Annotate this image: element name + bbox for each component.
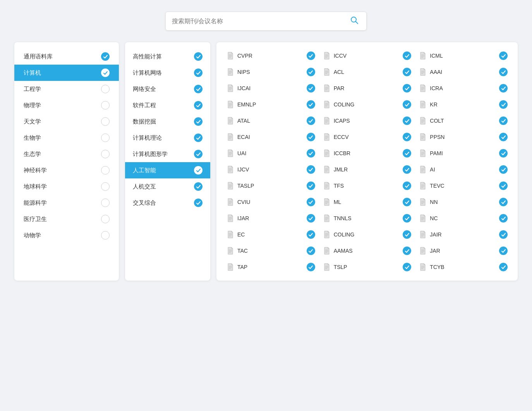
category-item-gongcheng[interactable]: 工程学	[14, 81, 119, 97]
venue-item[interactable]: JAR	[417, 243, 510, 258]
venue-check-icon	[403, 149, 411, 158]
venue-item[interactable]: PAR	[321, 81, 414, 96]
venue-name: ECAI	[237, 134, 304, 140]
document-icon	[323, 165, 331, 174]
venue-item[interactable]: ATAL	[224, 113, 317, 128]
category-item-yiliao[interactable]: 医疗卫生	[14, 211, 119, 227]
document-icon	[227, 116, 234, 125]
venue-item[interactable]: TASLP	[224, 178, 317, 193]
subcategory-item-jisuanjililun[interactable]: 计算机理论	[125, 130, 210, 146]
venue-item[interactable]: NN	[417, 195, 510, 209]
venue-item[interactable]: ICAPS	[321, 113, 414, 128]
venue-check-icon	[499, 214, 508, 223]
venue-check-icon	[403, 116, 411, 125]
venue-name: ICML	[430, 53, 496, 59]
venue-item[interactable]: ICML	[417, 48, 510, 63]
category-item-tianwen[interactable]: 天文学	[14, 113, 119, 130]
venue-item[interactable]: JMLR	[321, 162, 414, 177]
subcategory-label: 高性能计算	[133, 53, 194, 60]
venue-check-icon	[499, 263, 508, 271]
category-item-dongwu[interactable]: 动物学	[14, 227, 119, 243]
category-item-shenjing[interactable]: 神经科学	[14, 162, 119, 178]
venue-item[interactable]: IJCAI	[224, 81, 317, 96]
category-label: 生态学	[24, 151, 101, 158]
venue-item[interactable]: NC	[417, 211, 510, 226]
venue-item[interactable]: TAP	[224, 260, 317, 274]
venue-item[interactable]: COLING	[321, 227, 414, 242]
venue-item[interactable]: KR	[417, 97, 510, 112]
category-label: 天文学	[24, 118, 101, 125]
venue-item[interactable]: UAI	[224, 146, 317, 161]
subcategory-item-rengongzhineng[interactable]: 人工智能	[125, 162, 210, 178]
venue-check-icon	[403, 214, 411, 223]
search-button[interactable]	[348, 16, 360, 26]
venue-item[interactable]: AAMAS	[321, 243, 414, 258]
venue-item[interactable]: TSLP	[321, 260, 414, 274]
subcategory-item-gaoxingneng[interactable]: 高性能计算	[125, 48, 210, 65]
venue-item[interactable]: AAAI	[417, 65, 510, 79]
venue-item[interactable]: CVPR	[224, 48, 317, 63]
document-icon	[227, 263, 234, 271]
venue-check-icon	[307, 247, 315, 255]
venue-item[interactable]: ECAI	[224, 130, 317, 144]
venue-name: EC	[237, 231, 304, 238]
category-check	[101, 134, 110, 142]
document-icon	[419, 165, 427, 174]
venue-item[interactable]: ECCV	[321, 130, 414, 144]
category-item-shengtai[interactable]: 生态学	[14, 146, 119, 162]
category-item-wuli[interactable]: 物理学	[14, 97, 119, 113]
document-icon	[323, 214, 331, 223]
category-label: 动物学	[24, 232, 101, 239]
venue-item[interactable]: TAC	[224, 243, 317, 258]
venue-item[interactable]: IJAR	[224, 211, 317, 226]
subcategory-item-renjijiaohui[interactable]: 人机交互	[125, 178, 210, 195]
venue-item[interactable]: ACL	[321, 65, 414, 79]
venue-item[interactable]: PAMI	[417, 146, 510, 161]
document-icon	[419, 68, 427, 76]
document-icon	[419, 263, 427, 271]
document-icon	[227, 230, 234, 239]
venue-item[interactable]: EC	[224, 227, 317, 242]
subcategory-item-ruanjiangongcheng[interactable]: 软件工程	[125, 97, 210, 113]
category-item-nengyuan[interactable]: 能源科学	[14, 195, 119, 211]
document-icon	[419, 214, 427, 223]
category-item-diqiu[interactable]: 地球科学	[14, 178, 119, 195]
venue-item[interactable]: ICCBR	[321, 146, 414, 161]
venue-check-icon	[403, 51, 411, 60]
subcategory-item-shujuwajue[interactable]: 数据挖掘	[125, 113, 210, 130]
venue-item[interactable]: COLT	[417, 113, 510, 128]
venue-item[interactable]: TNNLS	[321, 211, 414, 226]
venue-item[interactable]: AI	[417, 162, 510, 177]
venue-item[interactable]: JAIR	[417, 227, 510, 242]
venue-name: TEVC	[430, 183, 496, 189]
venue-item[interactable]: EMNLP	[224, 97, 317, 112]
subcategory-item-wangluoanquan[interactable]: 网络安全	[125, 81, 210, 97]
venue-item[interactable]: CVIU	[224, 195, 317, 209]
venue-check-icon	[499, 100, 508, 109]
category-item-jisuanji[interactable]: 计算机	[14, 65, 119, 81]
subcategory-item-tuixingxue[interactable]: 计算机图形学	[125, 146, 210, 162]
venue-check-icon	[307, 133, 315, 141]
venue-item[interactable]: ICCV	[321, 48, 414, 63]
category-item-tongyon[interactable]: 通用语料库	[14, 48, 119, 65]
subcategory-label: 数据挖掘	[133, 118, 194, 125]
venue-item[interactable]: TCYB	[417, 260, 510, 274]
venue-item[interactable]: ICRA	[417, 81, 510, 96]
search-input[interactable]	[172, 18, 348, 25]
subcategory-item-jisuanjiwangluo[interactable]: 计算机网络	[125, 65, 210, 81]
venue-check-icon	[403, 230, 411, 239]
venue-item[interactable]: TEVC	[417, 178, 510, 193]
document-icon	[323, 133, 331, 141]
document-icon	[227, 51, 234, 60]
venue-item[interactable]: ML	[321, 195, 414, 209]
venue-item[interactable]: IJCV	[224, 162, 317, 177]
venue-item[interactable]: NIPS	[224, 65, 317, 79]
venue-item[interactable]: TFS	[321, 178, 414, 193]
venue-item[interactable]: COLING	[321, 97, 414, 112]
subcategory-item-jiaochazonghe[interactable]: 交叉综合	[125, 195, 210, 211]
venue-check-icon	[403, 263, 411, 271]
venue-item[interactable]: PPSN	[417, 130, 510, 144]
svg-line-1	[356, 22, 358, 24]
subcategory-label: 人机交互	[133, 183, 194, 190]
category-item-shengwu[interactable]: 生物学	[14, 130, 119, 146]
